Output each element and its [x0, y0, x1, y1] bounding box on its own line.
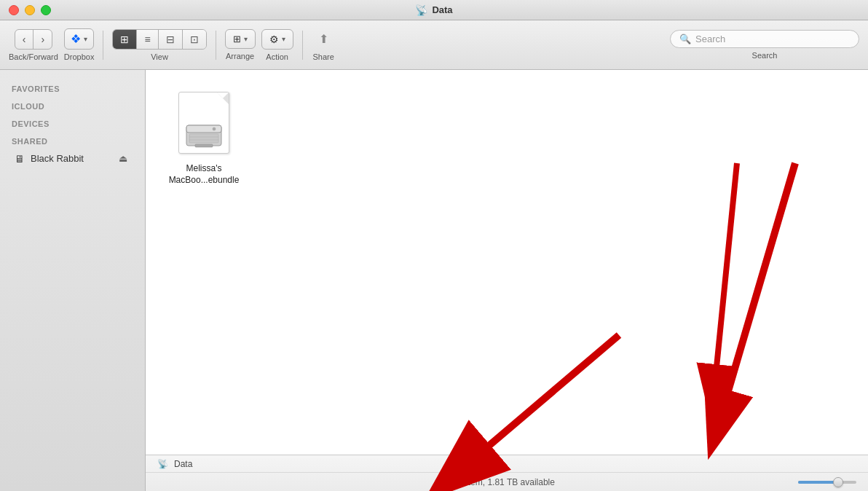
sidebar-item-left: 🖥 Black Rabbit [15, 153, 84, 165]
sidebar-section-devices: Devices [0, 114, 145, 131]
dropbox-group: ❖ ▾ Dropbox [64, 28, 95, 61]
minimize-button[interactable] [25, 5, 35, 15]
list-view-button[interactable]: ≡ [137, 30, 158, 49]
content-area: Melissa'sMacBoo...ebundle 📡 Data [146, 70, 868, 491]
dropbox-icon: ❖ [71, 32, 81, 46]
view-label: View [151, 52, 168, 61]
maximize-button[interactable] [41, 5, 51, 15]
svg-rect-5 [195, 144, 213, 147]
file-icon-wrapper [175, 92, 233, 157]
sidebar: Favorites iCloud Devices Shared 🖥 Black … [0, 70, 146, 491]
share-icon: ⬆ [319, 32, 328, 46]
sidebar-section-favorites: Favorites [0, 79, 145, 96]
zoom-slider-wrapper [798, 481, 856, 484]
sidebar-section-icloud: iCloud [0, 96, 145, 114]
arrange-label: Arrange [226, 52, 254, 60]
zoom-slider[interactable] [798, 481, 856, 484]
dropbox-chevron-icon: ▾ [84, 35, 87, 43]
drive-svg [185, 119, 223, 149]
window-title-text: Data [432, 4, 452, 15]
titlebar: 📡 Data [0, 0, 868, 20]
doc-fold [217, 93, 229, 104]
action-chevron-icon: ▾ [282, 35, 285, 43]
doc-page [178, 92, 229, 154]
statusbar-info-text: 1 item, 1.81 TB available [459, 477, 555, 487]
eject-button[interactable]: ⏏ [116, 152, 130, 165]
arrange-icon: ⊞ [233, 34, 241, 44]
file-label: Melissa'sMacBoo...ebundle [169, 163, 240, 186]
icon-view-button[interactable]: ⊞ [113, 30, 137, 49]
svg-point-6 [213, 127, 216, 130]
toolbar-separator-2 [216, 31, 216, 60]
share-label: Share [312, 52, 334, 61]
action-label: Action [266, 52, 288, 61]
dropbox-label: Dropbox [64, 52, 95, 61]
search-box: 🔍 Search [670, 30, 859, 60]
action-group: ⚙ ▾ Action [261, 29, 293, 61]
sidebar-item-black-rabbit-label: Black Rabbit [31, 153, 84, 164]
action-button[interactable]: ⚙ ▾ [261, 29, 293, 50]
view-buttons: ⊞ ≡ ⊟ ⊡ [112, 29, 206, 50]
toolbar-separator-1 [103, 31, 103, 60]
toolbar: ‹ › Back/Forward ❖ ▾ Dropbox ⊞ ≡ ⊟ ⊡ Vie… [0, 20, 868, 70]
close-button[interactable] [9, 5, 19, 15]
arrange-chevron-icon: ▾ [244, 35, 248, 43]
back-button[interactable]: ‹ [15, 30, 34, 49]
file-grid: Melissa'sMacBoo...ebundle [146, 70, 868, 455]
column-view-button[interactable]: ⊟ [159, 30, 183, 49]
statusbar: 📡 Data 1 item, 1.81 TB available [146, 455, 868, 491]
arrange-button[interactable]: ⊞ ▾ [225, 29, 256, 49]
statusbar-bottom: 1 item, 1.81 TB available [146, 473, 868, 491]
search-icon: 🔍 [679, 34, 691, 44]
share-button[interactable]: ⬆ [312, 28, 336, 50]
arrange-group: ⊞ ▾ Arrange [225, 29, 256, 60]
black-rabbit-icon: 🖥 [15, 153, 25, 165]
main-area: Favorites iCloud Devices Shared 🖥 Black … [0, 70, 868, 491]
sidebar-section-shared: Shared [0, 131, 145, 149]
statusbar-location-icon: 📡 [157, 459, 168, 469]
traffic-lights [9, 5, 51, 15]
share-group: ⬆ Share [312, 28, 336, 61]
search-input-wrapper[interactable]: 🔍 [670, 30, 859, 48]
sidebar-item-black-rabbit[interactable]: 🖥 Black Rabbit ⏏ [3, 149, 142, 168]
svg-rect-2 [189, 134, 218, 143]
toolbar-separator-3 [302, 31, 303, 60]
forward-button[interactable]: › [33, 30, 52, 49]
nav-buttons: ‹ › [15, 29, 52, 50]
statusbar-location-text: Data [174, 459, 192, 469]
gear-icon: ⚙ [269, 34, 279, 45]
search-label: Search [752, 51, 778, 60]
statusbar-top: 📡 Data [146, 455, 868, 473]
nav-label: Back/Forward [9, 52, 58, 61]
zoom-thumb[interactable] [833, 477, 843, 487]
gallery-view-button[interactable]: ⊡ [183, 30, 206, 49]
window-title: 📡 Data [415, 4, 452, 16]
document-icon [175, 92, 233, 157]
nav-group: ‹ › Back/Forward [9, 29, 58, 61]
search-input[interactable] [695, 34, 850, 44]
file-item[interactable]: Melissa'sMacBoo...ebundle [160, 85, 248, 193]
view-group: ⊞ ≡ ⊟ ⊡ View [112, 29, 206, 61]
window-icon: 📡 [415, 4, 427, 16]
svg-rect-1 [186, 125, 221, 133]
dropbox-button[interactable]: ❖ ▾ [64, 28, 94, 50]
